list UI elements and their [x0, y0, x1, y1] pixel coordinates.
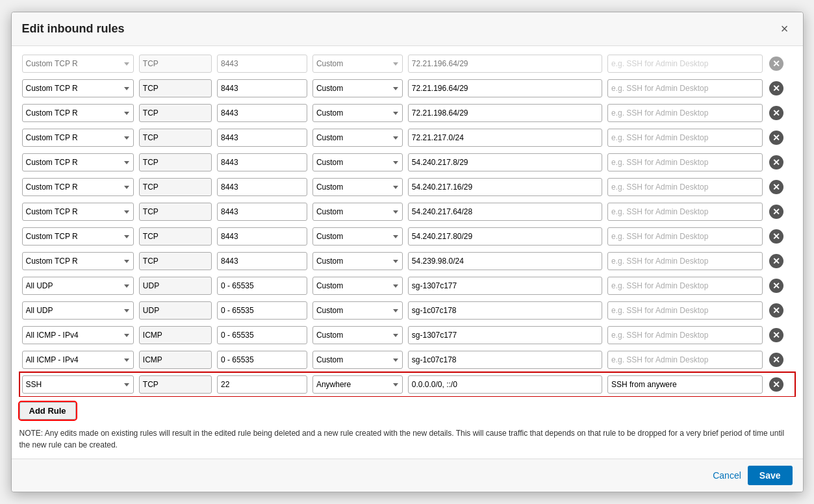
rule-type-select[interactable]: Custom TCP RAll UDPAll ICMP - IPv4SSH: [22, 129, 134, 147]
source-type-select[interactable]: CustomAnywhereMy IPAnywhere IPv6: [312, 375, 403, 394]
rule-type-select[interactable]: Custom TCP RAll UDPAll ICMP - IPv4SSH: [22, 104, 134, 122]
source-type-select[interactable]: CustomAnywhereMy IPAnywhere IPv6: [312, 326, 403, 344]
description-input[interactable]: [607, 203, 763, 221]
source-type-select[interactable]: CustomAnywhereMy IPAnywhere IPv6: [312, 79, 403, 97]
description-input[interactable]: [607, 55, 763, 73]
rule-type-select[interactable]: Custom TCP RAll UDPAll ICMP - IPv4SSH: [22, 79, 134, 97]
port-input[interactable]: [217, 301, 307, 320]
source-type-select[interactable]: CustomAnywhereMy IPAnywhere IPv6: [312, 227, 403, 246]
protocol-input: [139, 104, 212, 122]
source-input[interactable]: [408, 277, 602, 295]
delete-rule-button[interactable]: ✕: [768, 302, 785, 319]
port-input[interactable]: [217, 79, 307, 97]
description-input[interactable]: [607, 79, 763, 97]
dialog-header: Edit inbound rules ×: [12, 12, 803, 46]
port-input[interactable]: [217, 375, 307, 394]
description-input[interactable]: [607, 277, 763, 295]
delete-icon: ✕: [769, 180, 783, 194]
source-input[interactable]: [408, 252, 602, 270]
source-input[interactable]: [408, 351, 602, 369]
delete-rule-button[interactable]: ✕: [768, 277, 785, 294]
source-type-select[interactable]: CustomAnywhereMy IPAnywhere IPv6: [312, 252, 403, 270]
source-input[interactable]: [408, 55, 602, 73]
rule-type-select[interactable]: Custom TCP RAll UDPAll ICMP - IPv4SSH: [22, 277, 134, 295]
source-input[interactable]: [408, 301, 602, 320]
port-input[interactable]: [217, 178, 307, 196]
source-input[interactable]: [408, 375, 602, 394]
source-input[interactable]: [408, 326, 602, 344]
source-type-select[interactable]: CustomAnywhereMy IPAnywhere IPv6: [312, 277, 403, 295]
rule-type-select[interactable]: Custom TCP RAll UDPAll ICMP - IPv4SSH: [22, 326, 134, 344]
port-input[interactable]: [217, 351, 307, 369]
description-input[interactable]: [607, 252, 763, 270]
source-input[interactable]: [408, 227, 602, 246]
description-input[interactable]: [607, 375, 763, 394]
delete-rule-button[interactable]: ✕: [768, 203, 785, 220]
add-rule-button[interactable]: Add Rule: [19, 402, 76, 420]
delete-rule-button[interactable]: ✕: [768, 253, 785, 270]
port-input[interactable]: [217, 104, 307, 122]
source-input[interactable]: [408, 104, 602, 122]
delete-icon: ✕: [769, 377, 783, 392]
source-type-select[interactable]: CustomAnywhereMy IPAnywhere IPv6: [312, 203, 403, 221]
close-button[interactable]: ×: [777, 20, 793, 38]
delete-rule-button[interactable]: ✕: [768, 129, 785, 146]
protocol-input: [139, 351, 212, 369]
rule-type-select[interactable]: Custom TCP RAll UDPAll ICMP - IPv4SSH: [22, 153, 134, 171]
port-input[interactable]: [217, 277, 307, 295]
edit-inbound-rules-dialog: Edit inbound rules × Custom TCP RAll UDP…: [11, 12, 804, 492]
port-input[interactable]: [217, 129, 307, 147]
source-input[interactable]: [408, 129, 602, 147]
description-input[interactable]: [607, 326, 763, 344]
source-type-select[interactable]: CustomAnywhereMy IPAnywhere IPv6: [312, 178, 403, 196]
delete-rule-button[interactable]: ✕: [768, 105, 785, 121]
source-type-select[interactable]: CustomAnywhereMy IPAnywhere IPv6: [312, 301, 403, 320]
source-type-select[interactable]: CustomAnywhereMy IPAnywhere IPv6: [312, 129, 403, 147]
port-input[interactable]: [217, 55, 307, 73]
description-input[interactable]: [607, 178, 763, 196]
source-type-select[interactable]: CustomAnywhereMy IPAnywhere IPv6: [312, 153, 403, 171]
rule-type-select[interactable]: Custom TCP RAll UDPAll ICMP - IPv4SSH: [22, 227, 134, 246]
delete-rule-button[interactable]: ✕: [768, 376, 785, 393]
protocol-input: [139, 301, 212, 320]
description-input[interactable]: [607, 153, 763, 171]
delete-rule-button[interactable]: ✕: [768, 327, 785, 344]
table-row: Custom TCP RAll UDPAll ICMP - IPv4SSHCus…: [19, 372, 795, 397]
delete-icon: ✕: [769, 205, 783, 219]
description-input[interactable]: [607, 104, 763, 122]
rule-type-select[interactable]: Custom TCP RAll UDPAll ICMP - IPv4SSH: [22, 203, 134, 221]
source-type-select[interactable]: CustomAnywhereMy IPAnywhere IPv6: [312, 351, 403, 369]
source-input[interactable]: [408, 203, 602, 221]
port-input[interactable]: [217, 252, 307, 270]
source-input[interactable]: [408, 178, 602, 196]
delete-rule-button[interactable]: ✕: [768, 351, 785, 368]
cancel-button[interactable]: Cancel: [713, 470, 741, 481]
delete-icon: ✕: [769, 353, 783, 367]
rules-table-container[interactable]: Custom TCP RAll UDPAll ICMP - IPv4SSHCus…: [12, 46, 803, 397]
delete-rule-button[interactable]: ✕: [768, 228, 785, 245]
source-input[interactable]: [408, 153, 602, 171]
save-button[interactable]: Save: [748, 466, 793, 485]
rule-type-select[interactable]: Custom TCP RAll UDPAll ICMP - IPv4SSH: [22, 301, 134, 320]
delete-rule-button[interactable]: ✕: [768, 179, 785, 195]
description-input[interactable]: [607, 351, 763, 369]
port-input[interactable]: [217, 227, 307, 246]
port-input[interactable]: [217, 153, 307, 171]
rule-type-select[interactable]: Custom TCP RAll UDPAll ICMP - IPv4SSH: [22, 351, 134, 369]
rule-type-select[interactable]: Custom TCP RAll UDPAll ICMP - IPv4SSH: [22, 375, 134, 394]
source-input[interactable]: [408, 79, 602, 97]
source-type-select[interactable]: CustomAnywhereMy IPAnywhere IPv6: [312, 55, 403, 73]
delete-rule-button[interactable]: ✕: [768, 55, 785, 72]
port-input[interactable]: [217, 326, 307, 344]
delete-rule-button[interactable]: ✕: [768, 80, 785, 97]
protocol-input: [139, 277, 212, 295]
rule-type-select[interactable]: Custom TCP RAll UDPAll ICMP - IPv4SSH: [22, 252, 134, 270]
source-type-select[interactable]: CustomAnywhereMy IPAnywhere IPv6: [312, 104, 403, 122]
rule-type-select[interactable]: Custom TCP RAll UDPAll ICMP - IPv4SSH: [22, 55, 134, 73]
description-input[interactable]: [607, 227, 763, 246]
description-input[interactable]: [607, 301, 763, 320]
port-input[interactable]: [217, 203, 307, 221]
description-input[interactable]: [607, 129, 763, 147]
delete-rule-button[interactable]: ✕: [768, 154, 785, 171]
rule-type-select[interactable]: Custom TCP RAll UDPAll ICMP - IPv4SSH: [22, 178, 134, 196]
